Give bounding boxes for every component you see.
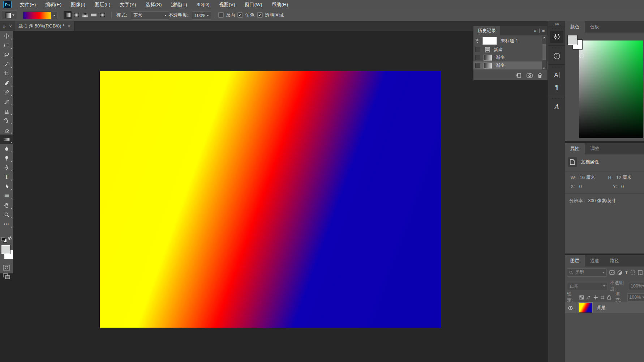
- scroll-down-icon[interactable]: [543, 68, 545, 69]
- scroll-up-icon[interactable]: [543, 37, 546, 38]
- drag-grip[interactable]: [552, 98, 562, 99]
- history-snapshot-row[interactable]: 未标题-1: [473, 36, 548, 46]
- tool-preset-picker[interactable]: [2, 10, 17, 20]
- tab-color[interactable]: 颜色: [565, 21, 585, 33]
- drag-grip[interactable]: [552, 47, 562, 48]
- scrollbar-thumb[interactable]: [542, 44, 546, 60]
- drag-grip[interactable]: [552, 28, 562, 29]
- layer-visibility-toggle[interactable]: [565, 302, 576, 313]
- info-panel-dock-button[interactable]: [550, 50, 563, 62]
- opacity-dropdown[interactable]: [205, 11, 211, 20]
- layer-blend-mode-select[interactable]: 正常: [567, 282, 608, 290]
- filter-pixel-layers-icon[interactable]: [609, 270, 615, 275]
- menu-image[interactable]: 图像(I): [66, 0, 90, 9]
- radial-gradient-button[interactable]: [72, 11, 80, 19]
- menu-3d[interactable]: 3D(D): [192, 0, 214, 9]
- quick-selection-tool[interactable]: [0, 59, 13, 69]
- set-history-source-icon[interactable]: [475, 38, 480, 43]
- lock-pixels-icon[interactable]: [586, 295, 591, 300]
- filter-smart-objects-icon[interactable]: [638, 270, 643, 275]
- zoom-tool[interactable]: [0, 210, 13, 219]
- default-colors-button[interactable]: [1, 237, 7, 242]
- height-value[interactable]: 12 厘米: [616, 175, 631, 181]
- blur-tool[interactable]: [0, 144, 13, 153]
- gradient-picker-dropdown[interactable]: [51, 12, 57, 19]
- pencil-tool[interactable]: [0, 97, 13, 106]
- glyphs-panel-dock-button[interactable]: A: [550, 101, 563, 113]
- transparency-checkbox[interactable]: ✓: [257, 12, 263, 18]
- rectangle-shape-tool[interactable]: [0, 191, 13, 200]
- filter-type-layers-icon[interactable]: T: [625, 270, 628, 275]
- lock-all-icon[interactable]: [607, 295, 611, 300]
- drag-grip[interactable]: [552, 67, 562, 68]
- history-step-new[interactable]: 新建: [473, 46, 548, 54]
- filter-adjustment-layers-icon[interactable]: [617, 270, 622, 275]
- lasso-tool[interactable]: [0, 50, 13, 59]
- layer-opacity-input[interactable]: 100%: [629, 282, 644, 290]
- color-cursor[interactable]: [579, 54, 584, 58]
- tab-properties[interactable]: 属性: [565, 143, 585, 154]
- delete-state-button[interactable]: [537, 73, 542, 78]
- menu-edit[interactable]: 编辑(E): [40, 0, 66, 9]
- history-scrollbar[interactable]: [542, 36, 547, 70]
- diamond-gradient-button[interactable]: [98, 11, 106, 19]
- paragraph-panel-dock-button[interactable]: ¶: [550, 81, 563, 94]
- new-snapshot-button[interactable]: [527, 73, 533, 78]
- menu-window[interactable]: 窗口(W): [240, 0, 267, 9]
- menu-file[interactable]: 文件(F): [15, 0, 40, 9]
- width-value[interactable]: 16 厘米: [580, 175, 595, 181]
- move-tool[interactable]: [0, 31, 13, 41]
- close-icon[interactable]: ×: [9, 24, 12, 29]
- eraser-tool[interactable]: [0, 125, 13, 135]
- history-source-well[interactable]: [475, 47, 480, 52]
- filter-shape-layers-icon[interactable]: [630, 270, 635, 275]
- menu-select[interactable]: 选择(S): [141, 0, 167, 9]
- menu-type[interactable]: 文字(Y): [115, 0, 141, 9]
- gradient-preview[interactable]: [23, 12, 52, 19]
- panel-menu-icon[interactable]: ≡: [542, 28, 545, 33]
- new-document-from-state-button[interactable]: [516, 73, 522, 78]
- gradient-tool[interactable]: [0, 135, 13, 144]
- history-tab[interactable]: 历史记录: [473, 26, 500, 35]
- menu-view[interactable]: 视图(V): [214, 0, 240, 9]
- menu-help[interactable]: 帮助(H): [267, 0, 293, 9]
- tab-overflow-controls[interactable]: » ×: [0, 21, 15, 31]
- lock-artboard-icon[interactable]: [600, 295, 605, 300]
- history-brush-tool[interactable]: [0, 116, 13, 125]
- document-canvas[interactable]: [100, 71, 441, 328]
- tab-overflow-icon[interactable]: »: [3, 24, 5, 29]
- lock-transparency-icon[interactable]: [579, 295, 584, 300]
- edit-toolbar-button[interactable]: •••: [0, 219, 13, 229]
- layer-name[interactable]: 背景: [597, 305, 606, 311]
- spot-healing-brush-tool[interactable]: [0, 88, 13, 97]
- clone-stamp-tool[interactable]: [0, 106, 13, 116]
- quick-mask-button[interactable]: [3, 265, 10, 271]
- history-step-gradient-2[interactable]: 渐变: [473, 61, 548, 69]
- menu-layer[interactable]: 图层(L): [90, 0, 115, 9]
- y-value[interactable]: 0: [621, 184, 624, 189]
- tab-adjustments[interactable]: 调整: [585, 143, 605, 154]
- layer-filter-search[interactable]: 类型: [567, 268, 607, 277]
- character-panel-dock-button[interactable]: A: [550, 69, 563, 81]
- collapse-panel-icon[interactable]: »: [534, 28, 537, 33]
- tab-layers[interactable]: 图层: [565, 255, 585, 267]
- panel-foreground-color-swatch[interactable]: [568, 35, 577, 45]
- screen-mode-button[interactable]: [3, 273, 10, 279]
- tab-swatches[interactable]: 色板: [585, 21, 605, 33]
- background-layer-row[interactable]: 背景: [565, 302, 644, 313]
- foreground-color-swatch[interactable]: [1, 245, 10, 254]
- crop-tool[interactable]: [0, 69, 13, 78]
- history-source-well[interactable]: [475, 55, 480, 60]
- eyedropper-tool[interactable]: [0, 78, 13, 88]
- dither-checkbox[interactable]: ✓: [237, 12, 243, 18]
- angle-gradient-button[interactable]: [81, 11, 89, 19]
- hand-tool[interactable]: [0, 200, 13, 210]
- rectangular-marquee-tool[interactable]: [0, 41, 13, 50]
- tab-paths[interactable]: 路径: [605, 255, 624, 267]
- menu-filter[interactable]: 滤镜(T): [167, 0, 192, 9]
- history-step-gradient-1[interactable]: 渐变: [473, 54, 548, 61]
- linear-gradient-button[interactable]: [64, 11, 72, 19]
- dodge-tool[interactable]: [0, 153, 13, 163]
- resolution-value[interactable]: 300 像素/英寸: [588, 198, 616, 204]
- color-picker-field[interactable]: [579, 41, 643, 138]
